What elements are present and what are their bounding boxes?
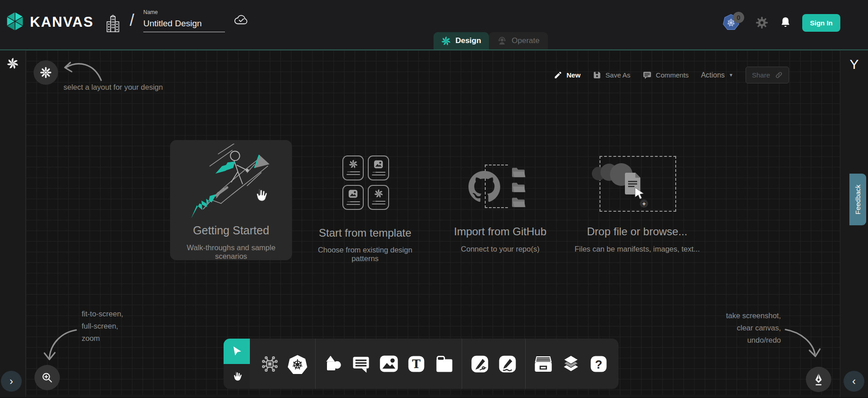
image-tool[interactable] (379, 354, 399, 374)
settings-gear-icon[interactable] (755, 16, 769, 29)
cursor-arrow-icon (231, 345, 243, 357)
image-template-icon (348, 189, 358, 199)
tab-operate-label: Operate (512, 36, 539, 45)
comments-button[interactable]: Comments (643, 71, 689, 80)
sign-in-button[interactable]: Sign In (802, 14, 840, 32)
card-subtitle: Choose from existing design patterns (305, 246, 425, 263)
start-from-template-card[interactable]: Start from template Choose from existing… (305, 155, 425, 260)
hand-cursor-icon (253, 187, 269, 204)
collapse-right-panel-button[interactable]: ‹ (844, 371, 864, 392)
meshery-spiral-icon[interactable] (7, 58, 19, 69)
app-header: KANVAS / Na (0, 0, 868, 50)
comments-label: Comments (656, 71, 689, 79)
breadcrumb-slash: / (130, 11, 134, 30)
operate-headset-icon (497, 36, 507, 46)
design-name-input[interactable] (143, 18, 225, 32)
tools-dock: T (224, 339, 619, 389)
layers-tool[interactable] (561, 354, 581, 374)
pencil-scribble-icon (498, 354, 517, 374)
hand-icon (231, 370, 243, 383)
tab-operate[interactable]: Operate (489, 32, 548, 49)
svg-text:?: ? (595, 357, 602, 371)
layout-hint-text: select a layout for your design (63, 81, 163, 93)
layers-icon (561, 354, 581, 374)
zoom-button[interactable] (34, 365, 60, 390)
shapes-tool[interactable] (323, 354, 343, 374)
kanvas-logo-icon (5, 11, 24, 34)
y-logo-icon[interactable]: Y (849, 57, 858, 72)
select-tool[interactable] (224, 339, 250, 364)
drawer-icon (533, 354, 553, 374)
link-icon (775, 71, 783, 79)
card-subtitle: Connect to your repo(s) (437, 245, 564, 253)
comment-tool[interactable] (351, 354, 371, 374)
cloud-saved-icon (234, 14, 249, 27)
notifications-bell-icon[interactable] (780, 16, 791, 29)
organization-icon[interactable] (105, 15, 121, 35)
actions-hint-text: take screenshot, clear canvas, undo/redo (726, 310, 781, 346)
card-title: Start from template (305, 227, 425, 239)
tab-design-label: Design (455, 36, 481, 45)
canvas-toolbar: New Save As (554, 67, 789, 83)
pen-tool[interactable] (470, 354, 490, 374)
help-tool[interactable]: ? (589, 354, 609, 374)
credits-count-badge: 0 (733, 12, 744, 23)
comment-icon (351, 354, 371, 374)
chevron-down-icon: ▼ (729, 73, 733, 78)
mode-tabs: Design Operate (434, 32, 548, 49)
template-tile (368, 155, 389, 180)
cursor-arrow-icon (634, 188, 645, 199)
kubernetes-credits-button[interactable]: 0 (722, 13, 744, 33)
pointer-tools-column (224, 339, 250, 389)
actions-hint-arrow (779, 321, 824, 364)
design-name-field: Name (143, 9, 225, 32)
zoom-hint-arrow (39, 321, 84, 367)
actions-dropdown[interactable]: Actions ▼ (701, 71, 733, 79)
pen-mode-button[interactable] (806, 367, 831, 392)
new-label: New (566, 71, 580, 79)
card-subtitle: Walk-throughs and sample scenarios (170, 243, 292, 261)
folder-icon (512, 167, 526, 178)
pan-hand-tool[interactable] (224, 364, 250, 389)
layout-suggestion-button[interactable] (34, 60, 58, 85)
pencil-icon (554, 71, 562, 79)
name-field-label: Name (143, 9, 225, 15)
component-tool[interactable] (260, 354, 280, 374)
save-as-label: Save As (605, 71, 630, 79)
kanvas-app: KANVAS / Na (0, 0, 868, 398)
kubernetes-wheel-icon (288, 354, 307, 374)
tab-design[interactable]: Design (434, 32, 489, 49)
feedback-tab[interactable]: Feedback (849, 174, 866, 225)
folder-icon (512, 182, 526, 193)
spiral-template-icon (374, 189, 383, 198)
flower-asterisk-icon (40, 67, 52, 78)
image-template-icon (374, 160, 383, 169)
new-button[interactable]: New (554, 71, 580, 79)
toolbar-divider (462, 339, 462, 389)
image-icon (379, 354, 399, 374)
zoom-hint-text: fit-to-screen, full-screen, zoom (82, 308, 123, 345)
magnifier-plus-icon (41, 372, 53, 383)
getting-started-card[interactable]: Getting Started Walk-throughs and sample… (170, 140, 292, 260)
design-canvas[interactable]: select a layout for your design New (26, 50, 840, 397)
save-as-button[interactable]: Save As (593, 71, 630, 79)
drawer-tool[interactable] (533, 354, 553, 374)
brand[interactable]: KANVAS (5, 11, 94, 34)
toolbar-divider (525, 339, 526, 389)
expand-left-panel-button[interactable]: › (1, 371, 22, 392)
note-icon (434, 354, 454, 374)
import-from-github-card[interactable]: Import from GitHub Connect to your repo(… (437, 156, 564, 260)
text-tool[interactable]: T (406, 354, 426, 374)
kubernetes-tool[interactable] (288, 354, 307, 374)
note-tool[interactable] (434, 354, 454, 374)
drop-file-card[interactable]: + Drop file or browse... Files can be ma… (574, 156, 701, 260)
github-icon (468, 171, 500, 203)
pencil-tool[interactable] (497, 354, 517, 374)
template-tiles (342, 155, 389, 210)
svg-text:T: T (412, 357, 421, 371)
share-button[interactable]: Share (746, 67, 789, 83)
text-icon: T (407, 354, 426, 374)
pen-nib-icon (813, 373, 824, 386)
shapes-icon (324, 354, 343, 374)
brand-name: KANVAS (30, 14, 94, 30)
